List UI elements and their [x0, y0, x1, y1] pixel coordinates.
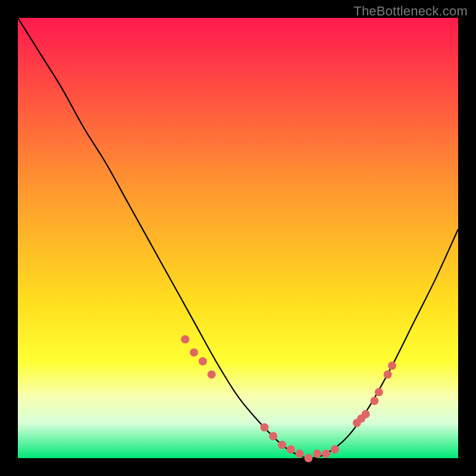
highlight-dot [384, 370, 392, 378]
highlight-dot [375, 388, 383, 396]
highlight-dot [199, 357, 207, 365]
highlight-dot [304, 454, 312, 462]
highlight-dot [370, 397, 378, 405]
highlight-dot [296, 450, 304, 458]
highlight-dot [362, 410, 370, 418]
highlight-dot [388, 362, 396, 370]
highlight-dot [260, 423, 268, 431]
highlight-dot [278, 441, 286, 449]
highlight-dot [287, 445, 295, 453]
highlight-dot [190, 348, 198, 356]
highlight-dot [181, 335, 189, 343]
watermark-text: TheBottleneck.com [353, 4, 468, 19]
highlight-dot [322, 450, 330, 458]
highlight-dot [331, 445, 339, 453]
highlight-dot [313, 450, 321, 458]
highlight-dot [208, 370, 216, 378]
highlight-dots-group [181, 335, 396, 462]
bottleneck-chart-svg [18, 18, 458, 458]
bottleneck-curve-line [18, 18, 458, 458]
highlight-dot [269, 432, 277, 440]
